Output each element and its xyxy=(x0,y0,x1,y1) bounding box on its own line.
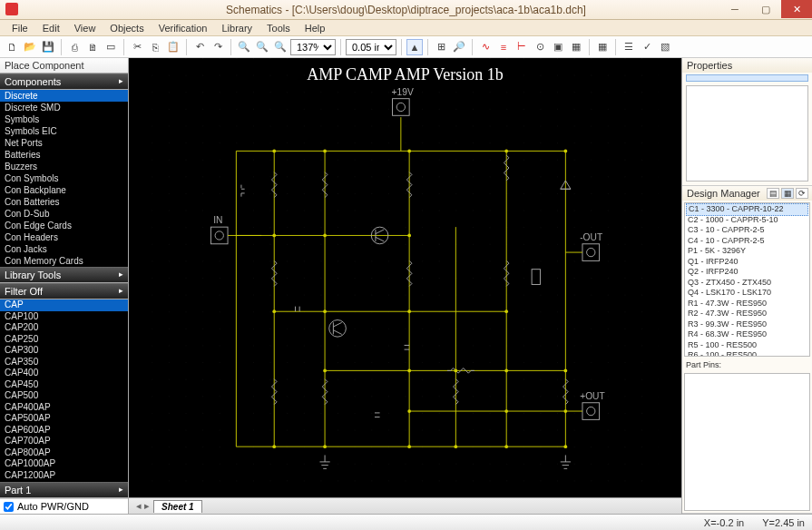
zoom-window-icon[interactable]: 🔍 xyxy=(272,39,289,55)
zoom-select[interactable]: 137% xyxy=(290,39,336,55)
design-item[interactable]: Q1 - IRFP240 xyxy=(686,257,808,268)
library-item[interactable]: Con Headers xyxy=(0,231,128,243)
auto-pwr-gnd-checkbox[interactable]: Auto PWR/GND xyxy=(0,498,128,514)
component-library-list[interactable]: DiscreteDiscrete SMDSymbolsSymbols EICNe… xyxy=(0,90,128,267)
grid-icon[interactable]: ⊞ xyxy=(433,39,449,55)
design-manager-header[interactable]: Design Manager ▤ ▦ ⟳ xyxy=(682,186,812,201)
part-item[interactable]: CAP500AP xyxy=(0,413,128,425)
part-list[interactable]: CAPCAP100CAP200CAP250CAP300CAP350CAP400C… xyxy=(0,299,128,482)
part-item[interactable]: CAP1200AP xyxy=(0,470,128,482)
design-item[interactable]: R1 - 47.3W - RES950 xyxy=(686,299,808,309)
part-item[interactable]: CAP xyxy=(0,299,128,311)
menu-help[interactable]: Help xyxy=(298,22,332,34)
page-icon[interactable]: ▣ xyxy=(550,39,566,55)
library-item[interactable]: Con D-Sub xyxy=(0,208,128,220)
components-header[interactable]: Components xyxy=(0,74,128,90)
grid-select[interactable]: 0.05 in xyxy=(346,39,396,55)
wire-icon[interactable]: ∿ xyxy=(477,39,494,55)
sheet-tab-1[interactable]: Sheet 1 xyxy=(153,500,202,513)
layers-icon[interactable]: ☰ xyxy=(621,39,637,55)
part-item[interactable]: CAP400AP xyxy=(0,402,128,414)
save-icon[interactable]: 💾 xyxy=(40,39,56,55)
library-item[interactable]: Con Memory Cards xyxy=(0,255,128,267)
part-item[interactable]: CAP300 xyxy=(0,345,128,357)
print-icon[interactable]: ⎙ xyxy=(66,39,83,55)
titles-icon[interactable]: ▭ xyxy=(103,39,119,55)
part-item[interactable]: CAP700AP xyxy=(0,436,128,447)
library-item[interactable]: Discrete SMD xyxy=(0,102,128,113)
pcb-icon[interactable]: ▧ xyxy=(657,39,673,55)
preview-icon[interactable]: 🗎 xyxy=(84,39,101,55)
arrow-tool-icon[interactable]: ▲ xyxy=(406,39,423,55)
design-item[interactable]: R3 - 99.3W - RES950 xyxy=(686,319,808,330)
part-item[interactable]: CAP1000AP xyxy=(0,458,128,470)
part-1-header[interactable]: Part 1 xyxy=(0,482,128,498)
dm-refresh-icon[interactable]: ⟳ xyxy=(796,188,808,199)
design-item[interactable]: R4 - 68.3W - RES950 xyxy=(686,329,808,340)
design-item[interactable]: P1 - 5K - 3296Y xyxy=(686,246,808,257)
design-item[interactable]: R6 - 100 - RES500 xyxy=(686,350,808,357)
library-item[interactable]: Con Symbols xyxy=(0,172,128,184)
close-button[interactable]: ✕ xyxy=(781,0,812,18)
find-icon[interactable]: 🔎 xyxy=(451,39,467,55)
erc-icon[interactable]: ✓ xyxy=(639,39,655,55)
menu-file[interactable]: File xyxy=(5,22,34,34)
library-item[interactable]: Con Jacks xyxy=(0,243,128,255)
new-icon[interactable]: 🗋 xyxy=(4,39,20,55)
minimize-button[interactable]: ─ xyxy=(719,0,750,18)
design-item[interactable]: C4 - 10 - CAPPR-2-5 xyxy=(686,236,808,247)
library-tools-header[interactable]: Library Tools xyxy=(0,267,128,283)
design-item[interactable]: C2 - 1000 - CAPPR-5-10 xyxy=(686,215,808,226)
part-item[interactable]: CAP100 xyxy=(0,311,128,323)
library-item[interactable]: Con Edge Cards xyxy=(0,220,128,231)
part-item[interactable]: CAP450 xyxy=(0,379,128,391)
design-item[interactable]: C3 - 10 - CAPPR-2-5 xyxy=(686,225,808,236)
hier-icon[interactable]: ▦ xyxy=(568,39,584,55)
menu-edit[interactable]: Edit xyxy=(36,22,66,34)
place-component-header[interactable]: Place Component xyxy=(0,58,128,74)
menu-objects[interactable]: Objects xyxy=(103,22,150,34)
part-item[interactable]: CAP250 xyxy=(0,334,128,346)
design-item[interactable]: Q4 - LSK170 - LSK170 xyxy=(686,288,808,299)
maximize-button[interactable]: ▢ xyxy=(750,0,781,18)
zoom-out-icon[interactable]: 🔍 xyxy=(254,39,270,55)
design-manager-list[interactable]: C1 - 3300 - CAPPR-10-22C2 - 1000 - CAPPR… xyxy=(684,202,810,357)
open-icon[interactable]: 📂 xyxy=(22,39,38,55)
table-icon[interactable]: ▦ xyxy=(594,39,611,55)
design-item[interactable]: Q2 - IRFP240 xyxy=(686,267,808,278)
redo-icon[interactable]: ↷ xyxy=(210,39,226,55)
menu-verification[interactable]: Verification xyxy=(152,22,214,34)
library-item[interactable]: Batteries xyxy=(0,149,128,161)
library-item[interactable]: Discrete xyxy=(0,90,128,102)
library-item[interactable]: Con Backplane xyxy=(0,184,128,196)
busconn-icon[interactable]: ⊢ xyxy=(514,39,530,55)
cut-icon[interactable]: ✂ xyxy=(129,39,145,55)
dm-parts-icon[interactable]: ▤ xyxy=(767,188,779,199)
part-item[interactable]: CAP200 xyxy=(0,322,128,334)
menu-tools[interactable]: Tools xyxy=(260,22,297,34)
zoom-in-icon[interactable]: 🔍 xyxy=(236,39,252,55)
design-item[interactable]: R2 - 47.3W - RES950 xyxy=(686,309,808,319)
copy-icon[interactable]: ⎘ xyxy=(147,39,163,55)
undo-icon[interactable]: ↶ xyxy=(191,39,208,55)
bus-icon[interactable]: ≡ xyxy=(495,39,512,55)
part-item[interactable]: CAP600AP xyxy=(0,425,128,437)
menu-view[interactable]: View xyxy=(68,22,103,34)
netport-icon[interactable]: ⊙ xyxy=(532,39,548,55)
part-item[interactable]: CAP400 xyxy=(0,368,128,379)
library-item[interactable]: Symbols EIC xyxy=(0,125,128,137)
library-item[interactable]: Symbols xyxy=(0,113,128,125)
library-item[interactable]: Con Batteries xyxy=(0,196,128,208)
paste-icon[interactable]: 📋 xyxy=(165,39,181,55)
part-item[interactable]: CAP500 xyxy=(0,390,128,402)
properties-header[interactable]: Properties xyxy=(682,58,812,73)
schematic-canvas[interactable]: +19V IN -OUT +OUT xyxy=(129,58,681,497)
menu-library[interactable]: Library xyxy=(215,22,259,34)
design-item[interactable]: Q3 - ZTX450 - ZTX450 xyxy=(686,278,808,289)
canvas-area[interactable]: +19V IN -OUT +OUT AMP CAMP AMP Version 1… xyxy=(129,58,681,514)
filter-off-header[interactable]: Filter Off xyxy=(0,283,128,299)
library-item[interactable]: Buzzers xyxy=(0,161,128,172)
design-item[interactable]: C1 - 3300 - CAPPR-10-22 xyxy=(686,203,808,216)
dm-nets-icon[interactable]: ▦ xyxy=(781,188,794,199)
part-item[interactable]: CAP800AP xyxy=(0,447,128,459)
